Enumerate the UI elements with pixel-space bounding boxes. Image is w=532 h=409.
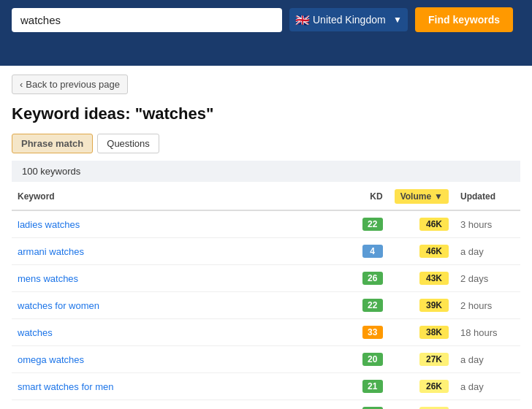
keywords-count: 100 keywords (12, 161, 520, 182)
keyword-link[interactable]: watches (18, 327, 53, 338)
back-link-label: Back to previous page (26, 79, 120, 90)
tabs: Phrase match Questions (12, 134, 520, 153)
volume-sort-button[interactable]: Volume ▼ (395, 189, 449, 204)
kd-cell: 21 (345, 400, 389, 410)
volume-badge: 46K (419, 245, 449, 258)
country-selector: 🇬🇧 United Kingdom ▼ (289, 8, 408, 31)
col-header-keyword: Keyword (12, 182, 345, 210)
volume-cell: 26K (389, 400, 455, 410)
volume-badge: 39K (419, 299, 449, 312)
keyword-link[interactable]: watches for women (18, 300, 99, 311)
kd-badge: 22 (362, 218, 383, 231)
tab-phrase-match[interactable]: Phrase match (12, 134, 93, 153)
volume-badge: 46K (419, 218, 449, 231)
updated-cell: a day (455, 373, 520, 400)
updated-cell: a day (455, 346, 520, 373)
volume-cell: 39K (389, 292, 455, 319)
back-link[interactable]: ‹ Back to previous page (12, 74, 128, 94)
tab-questions[interactable]: Questions (97, 134, 159, 153)
keyword-cell: armani watches (12, 238, 345, 265)
volume-badge: 26K (419, 380, 449, 393)
keyword-cell: tag watches (12, 400, 345, 410)
volume-badge: 27K (419, 353, 449, 366)
table-header-row: Keyword KD Volume ▼ Updated (12, 182, 520, 210)
updated-cell: 2 days (455, 400, 520, 410)
volume-badge: 43K (419, 272, 449, 285)
table-row: smart watches for men2126Ka day (12, 373, 520, 400)
keyword-cell: watches (12, 319, 345, 346)
kd-badge: 33 (362, 326, 383, 339)
keyword-link[interactable]: ladies watches (18, 219, 80, 230)
table-row: watches for women2239K2 hours (12, 292, 520, 319)
volume-label: Volume (400, 191, 431, 202)
keywords-table: Keyword KD Volume ▼ Updated ladies watch… (12, 182, 520, 409)
volume-cell: 46K (389, 238, 455, 265)
main-content: ‹ Back to previous page Keyword ideas: "… (0, 66, 532, 409)
kd-badge: 22 (362, 299, 383, 312)
sub-header-bar (0, 39, 532, 66)
chevron-left-icon: ‹ (20, 79, 23, 90)
volume-cell: 38K (389, 319, 455, 346)
updated-cell: a day (455, 238, 520, 265)
table-row: ladies watches2246K3 hours (12, 210, 520, 238)
table-row: omega watches2027Ka day (12, 346, 520, 373)
table-row: mens watches2643K2 days (12, 265, 520, 292)
kd-cell: 20 (345, 346, 389, 373)
kd-badge: 20 (362, 353, 383, 366)
header: watches 🇬🇧 United Kingdom ▼ Find keyword… (0, 0, 532, 39)
volume-cell: 46K (389, 210, 455, 238)
keyword-cell: mens watches (12, 265, 345, 292)
updated-cell: 18 hours (455, 319, 520, 346)
volume-badge: 38K (419, 326, 449, 339)
col-header-updated: Updated (455, 182, 520, 210)
col-header-kd: KD (345, 182, 389, 210)
kd-cell: 4 (345, 238, 389, 265)
kd-badge: 26 (362, 272, 383, 285)
keyword-cell: omega watches (12, 346, 345, 373)
col-header-volume: Volume ▼ (389, 182, 455, 210)
updated-cell: 2 hours (455, 292, 520, 319)
kd-cell: 33 (345, 319, 389, 346)
volume-cell: 43K (389, 265, 455, 292)
search-input[interactable]: watches (12, 8, 282, 32)
keyword-link[interactable]: omega watches (18, 354, 84, 365)
volume-cell: 27K (389, 346, 455, 373)
kd-badge: 4 (362, 245, 383, 258)
table-row: armani watches446Ka day (12, 238, 520, 265)
keyword-cell: ladies watches (12, 210, 345, 238)
find-keywords-button[interactable]: Find keywords (415, 7, 513, 32)
keyword-cell: watches for women (12, 292, 345, 319)
keyword-cell: smart watches for men (12, 373, 345, 400)
sort-down-icon: ▼ (434, 191, 443, 202)
updated-cell: 3 hours (455, 210, 520, 238)
kd-badge: 21 (362, 380, 383, 393)
country-select[interactable]: United Kingdom (289, 8, 408, 31)
table-row: tag watches2126K2 days (12, 400, 520, 410)
keyword-link[interactable]: smart watches for men (18, 381, 114, 392)
updated-cell: 2 days (455, 265, 520, 292)
page-title: Keyword ideas: "watches" (12, 104, 520, 123)
kd-cell: 22 (345, 292, 389, 319)
kd-cell: 26 (345, 265, 389, 292)
table-row: watches3338K18 hours (12, 319, 520, 346)
keyword-link[interactable]: armani watches (18, 246, 84, 257)
keyword-link[interactable]: mens watches (18, 273, 78, 284)
kd-cell: 22 (345, 210, 389, 238)
volume-cell: 26K (389, 373, 455, 400)
kd-cell: 21 (345, 373, 389, 400)
